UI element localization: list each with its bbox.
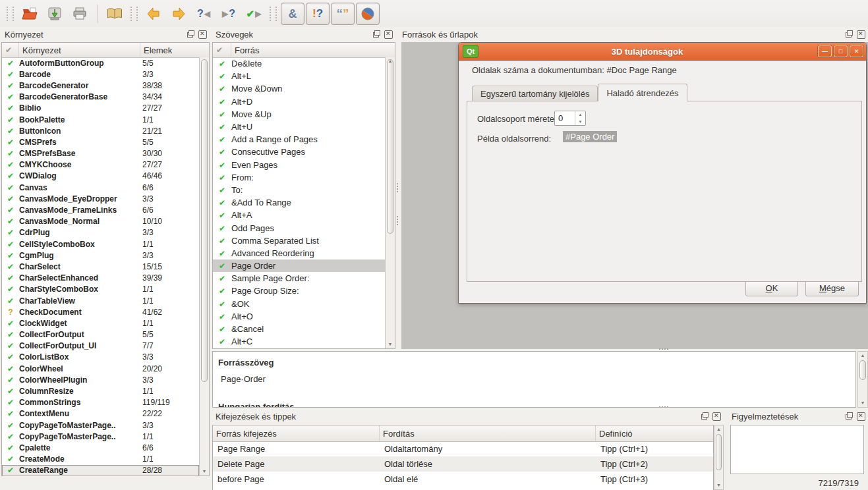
context-row[interactable]: ✔Cpalette6/6 [2, 442, 199, 453]
string-row[interactable]: ✔Page Order [213, 259, 385, 272]
phrasebook-button[interactable] [103, 3, 127, 25]
context-row[interactable]: ✔CollectForOutput_UI7/7 [2, 340, 199, 352]
float-panel-icon[interactable] [845, 412, 854, 420]
toolbar-grip[interactable] [270, 7, 277, 21]
float-panel-icon[interactable] [845, 30, 854, 38]
next-button[interactable] [167, 3, 190, 25]
translation-scrollbar[interactable]: ▲ ▼ [857, 351, 868, 408]
strings-state-column-header[interactable]: ✔ [213, 43, 231, 57]
string-row[interactable]: ✔Even Pages [213, 159, 385, 171]
string-row[interactable]: ✔Move &Up [213, 108, 385, 121]
string-row[interactable]: ✔Add a Range of Pages [213, 133, 385, 146]
string-row[interactable]: ✔Alt+O [213, 310, 385, 323]
print-button[interactable] [68, 3, 92, 25]
cancel-button[interactable]: Mégse [805, 281, 859, 296]
string-row[interactable]: ✔From: [213, 171, 385, 184]
minimize-window-icon[interactable]: — [818, 45, 832, 57]
context-row[interactable]: ✔CanvasMode_FrameLinks6/6 [2, 204, 199, 215]
float-panel-icon[interactable] [187, 30, 195, 38]
string-row[interactable]: ✔Alt+C [213, 335, 385, 348]
context-row[interactable]: ✔CharTableView1/1 [2, 295, 199, 306]
string-row[interactable]: ✔Advanced Reordering [213, 247, 385, 259]
string-row[interactable]: ✔Consecutive Pages [213, 146, 385, 158]
context-row[interactable]: ✔CharStyleComboBox1/1 [2, 284, 199, 295]
context-row[interactable]: ✔CopyPageToMasterPage..3/3 [2, 420, 199, 431]
string-row[interactable]: ✔&OK [213, 298, 385, 310]
phrase-matches-button[interactable]: “” [331, 3, 355, 25]
string-row[interactable]: ✔&Cancel [213, 323, 385, 335]
prev-button[interactable] [142, 3, 165, 25]
float-panel-icon[interactable] [372, 30, 381, 38]
context-row[interactable]: ✔Biblio27/27 [2, 103, 199, 114]
ending-punctuation-button[interactable]: !? [306, 3, 330, 25]
tab-advanced-reordering[interactable]: Haladó átrendezés [598, 84, 687, 101]
string-row[interactable]: ✔Alt+L [213, 70, 385, 82]
context-row[interactable]: ✔CMSPrefs5/5 [2, 136, 199, 148]
context-row[interactable]: ✔ClockWidget1/1 [2, 317, 199, 329]
strings-scrollbar[interactable]: ▲ ▼ [385, 57, 395, 348]
context-items-column-header[interactable]: Elemek [140, 43, 209, 57]
string-row[interactable]: ✔To: [213, 184, 385, 196]
context-name-column-header[interactable]: Környezet [19, 43, 140, 57]
close-panel-icon[interactable] [712, 412, 721, 421]
phrase-row[interactable]: Page RangeOldaltartományTipp (Ctrl+1) [213, 441, 713, 456]
context-row[interactable]: ✔AutoformButtonGroup5/5 [2, 57, 199, 68]
maximize-window-icon[interactable]: □ [834, 45, 848, 57]
open-button[interactable] [18, 3, 42, 25]
context-row[interactable]: ✔BarcodeGenerator38/38 [2, 80, 199, 91]
ok-button[interactable]: OK [745, 281, 798, 296]
close-panel-icon[interactable] [857, 30, 865, 39]
context-row[interactable]: ✔BarcodeGeneratorBase34/34 [2, 92, 199, 103]
string-row[interactable]: ✔Move &Down [213, 82, 385, 95]
string-row[interactable]: ✔De&lete [213, 57, 385, 70]
spin-down-icon[interactable]: ▼ [575, 119, 585, 126]
context-row[interactable]: ✔ColumnResize1/1 [2, 385, 199, 396]
next-unfinished-button[interactable]: ▶? [217, 3, 241, 25]
context-row[interactable]: ✔ColorListBox3/3 [2, 352, 199, 363]
translation-area[interactable]: Forrásszöveg Page·Order Hungarian fordít… [212, 351, 856, 408]
context-row[interactable]: ✔ButtonIcon21/21 [2, 125, 199, 136]
context-row[interactable]: ✔CdrPlug3/3 [2, 227, 199, 238]
tab-simple-range[interactable]: Egyszerű tartomány kijelölés [472, 86, 598, 101]
context-row[interactable]: ✔CanvasMode_Normal10/10 [2, 216, 199, 227]
strings-source-column-header[interactable]: Forrás [231, 43, 395, 57]
context-row[interactable]: ✔CommonStrings119/119 [2, 397, 199, 408]
phrase-row[interactable]: before PageOldal eléTipp (Ctrl+3) [213, 472, 713, 487]
string-row[interactable]: ✔Comma Separated List [213, 234, 385, 247]
toolbar-grip[interactable] [130, 7, 138, 21]
context-state-column-header[interactable]: ✔ [2, 43, 19, 57]
toolbar-grip[interactable] [7, 7, 14, 21]
context-row[interactable]: ✔CMSPrefsBase30/30 [2, 148, 199, 159]
phrases-scrollbar[interactable]: ▲ ▼ [714, 425, 724, 490]
context-row[interactable]: ✔BookPalette1/1 [2, 114, 199, 125]
phrase-row[interactable]: Delete PageOldal törléseTipp (Ctrl+2) [213, 456, 713, 472]
context-row[interactable]: ✔CellStyleComboBox1/1 [2, 238, 199, 250]
phrases-translation-column-header[interactable]: Fordítás [380, 425, 596, 441]
string-row[interactable]: ✔Page Group Size: [213, 285, 385, 297]
context-row[interactable]: ✔CMYKChoose27/27 [2, 159, 199, 171]
string-row[interactable]: ✔Odd Pages [213, 221, 385, 234]
spin-up-icon[interactable]: ▲ [575, 111, 585, 119]
context-scrollbar[interactable]: ▼ [199, 57, 209, 476]
close-panel-icon[interactable] [198, 30, 207, 39]
prev-unfinished-button[interactable]: ?◀ [192, 3, 216, 25]
close-panel-icon[interactable] [857, 412, 865, 421]
accelerators-button[interactable]: & [281, 3, 304, 25]
string-row[interactable]: ✔&Add To Range [213, 196, 385, 209]
context-row[interactable]: ✔Barcode3/3 [2, 68, 199, 80]
context-row[interactable]: ✔Canvas6/6 [2, 182, 199, 193]
context-row[interactable]: ✔CanvasMode_EyeDropper3/3 [2, 193, 199, 204]
context-row[interactable]: ✔CWDialog46/46 [2, 171, 199, 182]
place-markers-button[interactable] [356, 3, 380, 25]
string-row[interactable]: ✔Alt+D [213, 95, 385, 108]
string-row[interactable]: ✔Alt+A [213, 209, 385, 221]
context-row[interactable]: ✔CharSelectEnhanced39/39 [2, 273, 199, 284]
close-window-icon[interactable]: ✕ [850, 45, 863, 57]
page-group-size-spinbox[interactable]: 0 ▲▼ [554, 111, 586, 126]
context-row[interactable]: ✔ContextMenu22/22 [2, 408, 199, 420]
context-row[interactable]: ✔CharSelect15/15 [2, 261, 199, 272]
done-and-next-button[interactable]: ✔▶ [242, 3, 266, 25]
context-row[interactable]: ✔CreateMode1/1 [2, 454, 199, 465]
string-row[interactable]: ✔Sample Page Order: [213, 272, 385, 285]
context-row[interactable]: ✔ColorWheelPlugin3/3 [2, 374, 199, 385]
